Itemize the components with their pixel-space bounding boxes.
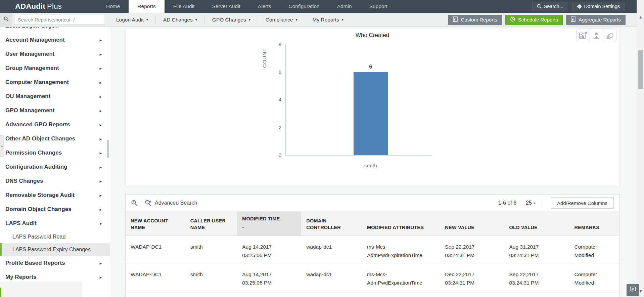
chevron-right-icon: ▸ [99,94,102,99]
bar-value-label: 6 [354,63,388,70]
chevron-right-icon: ▸ [99,193,102,198]
sidebar-item-ou-management[interactable]: OU Management▸ [0,89,110,103]
sidebar-item-gpo-management[interactable]: GPO Management▸ [0,103,110,118]
sidebar-item-computer-management[interactable]: Computer Management▸ [0,75,110,89]
sidebar-item-advanced-gpo-reports[interactable]: Advanced GPO Reports▸ [0,118,110,132]
sidebar-item-laps-audit[interactable]: LAPS Audit▾ [0,216,110,230]
sidebar-item-group-management[interactable]: Group Management▸ [0,61,110,75]
chevron-right-icon: ▸ [99,52,102,57]
divider [141,199,141,207]
table-cell: smith [185,236,237,263]
menu-ad-changes[interactable]: AD Changes▾ [156,15,205,24]
nav-tab-server-audit[interactable]: Server Audit [203,0,249,13]
nav-tab-file-audit[interactable]: File Audit [165,0,203,13]
toolbar-buttons: Custom ReportsSchedule ReportsAggregate … [448,15,644,25]
chevron-down-icon: ▾ [342,18,343,22]
sidebar-item-configuration-auditing[interactable]: Configuration Auditing▸ [0,160,110,174]
main-menu: HomeReportsFile AuditServer AuditAlertsC… [97,0,396,13]
scroll-up-arrow[interactable]: ▲ [637,13,644,21]
sidebar-search-toggle[interactable] [0,13,12,27]
feedback-chat-button[interactable] [627,284,639,296]
sidebar-item-domain-object-changes[interactable]: Domain Object Changes▸ [0,202,110,216]
table-row: WADAP-DC1smithAug 14,201703:25:06 PMwada… [126,263,619,291]
search-icon [537,4,542,9]
sidebar-item-label: Computer Management [5,79,99,86]
page-size-value: 25 [526,200,532,206]
add-remove-columns-button[interactable]: Add/Remove Columns [551,197,614,209]
page-size-dropdown[interactable]: 25 ▾ [526,200,536,206]
sidebar-item-label: Configuration Auditing [5,164,99,170]
sidebar-item-profile-based-reports[interactable]: Profile Based Reports▸ [0,256,110,270]
column-header-modified-attributes[interactable]: MODIFIED ATTRIBUTES [362,211,440,236]
column-header-remarks[interactable]: REMARKS [569,211,619,236]
column-header-caller-user-name[interactable]: CALLER USERNAME [185,211,237,236]
sidebar-item-label: LAPS Audit [5,220,99,227]
table-cell: Dec 22,201703:24:31 PM [440,263,504,291]
menu-logon-audit[interactable]: Logon Audit▾ [109,15,156,24]
column-header-domain-controller[interactable]: DOMAINCONTROLLER [301,211,362,236]
nav-tab-alerts[interactable]: Alerts [249,0,280,13]
nav-tab-admin[interactable]: Admin [328,0,361,13]
nav-tab-reports[interactable]: Reports [129,0,164,13]
menu-label: GPO Changes [212,17,246,23]
y-tick-label: 8 [268,41,281,47]
table-row: WADAP-DC1smithAug 14,201703:25:06 PMwada… [126,236,619,263]
menu-compliance[interactable]: Compliance▾ [258,15,305,24]
sidebar-item-account-management[interactable]: Account Management▸ [0,33,110,47]
favorites-panel-expander[interactable]: ▶ [0,135,4,157]
sidebar-item-dns-changes[interactable]: DNS Changes▸ [0,174,110,188]
header-line: NAME [190,224,234,231]
sidebar-item-laps-password-expiry-changes[interactable]: LAPS Password Expiry Changes [0,243,110,256]
sidebar-item-local-logon-logoff[interactable]: Local Logon-Logoff [0,27,110,33]
chevron-right-icon: ▸ [99,108,102,113]
chevron-right-icon: ▸ [99,38,102,43]
sidebar-item-other-ad-object-changes[interactable]: Other AD Object Changes▸ [0,132,110,146]
audit-table: NEW ACCOUNTNAMECALLER USERNAMEMODIFIED T… [126,211,619,291]
chevron-down-icon: ▾ [195,18,197,22]
header-line: MODIFIED ATTRIBUTES [367,224,436,231]
chevron-right-icon: ▸ [99,136,102,141]
y-tick-label: 6 [268,69,281,75]
divider [542,199,542,207]
sidebar-item-label: Advanced GPO Reports [5,121,99,128]
nav-tab-home[interactable]: Home [97,0,129,13]
sidebar-item-permission-changes[interactable]: Permission Changes▸ [0,146,110,160]
app-logo[interactable]: ADAudit Plus [0,0,97,13]
column-header-modified-time[interactable]: MODIFIED TIME▾ [237,211,301,236]
search-button[interactable]: Search... [532,2,568,11]
advanced-search-label[interactable]: Advanced Search [155,200,197,206]
report-search-input[interactable] [14,15,104,25]
page-scrollbar[interactable]: ▲ ▼ [637,0,644,297]
table-controls: Advanced Search 1-6 of 6 25 ▾ Add/Remove… [126,195,619,211]
sort-descending-icon[interactable]: ▾ [242,224,298,231]
table-cell: Sep 22,201703:24:31 PM [504,263,569,291]
chevron-right-icon: ▸ [99,179,102,184]
sidebar-item-label: Permission Changes [5,150,99,156]
sidebar-scrollbar-thumb[interactable] [107,140,109,158]
chevron-right-icon: ▸ [99,80,102,85]
menu-my-reports[interactable]: My Reports▾ [305,15,351,24]
domain-settings-button[interactable]: Domain Settings [572,2,625,11]
x-axis-line [285,155,432,156]
sidebar-item-removable-storage-audit[interactable]: Removable Storage Audit▸ [0,188,110,202]
column-header-new-value[interactable]: NEW VALUE [440,211,504,236]
advanced-search-icon[interactable] [145,200,152,206]
sidebar-item-user-management[interactable]: User Management▸ [0,47,110,61]
chevron-down-icon: ▾ [534,201,536,205]
report-icon [571,16,576,23]
bar-smith[interactable] [354,72,388,156]
nav-tab-support[interactable]: Support [361,0,396,13]
menu-gpo-changes[interactable]: GPO Changes▾ [205,15,258,24]
column-header-new-account-name[interactable]: NEW ACCOUNTNAME [126,211,185,236]
custom-reports-button[interactable]: Custom Reports [448,15,502,25]
nav-tab-configuration[interactable]: Configuration [280,0,328,13]
column-header-old-value[interactable]: OLD VALUE [504,211,569,236]
sidebar-item-laps-password-read[interactable]: LAPS Password Read [0,230,110,243]
sidebar-item-label: Domain Object Changes [5,206,99,213]
column-search-icon[interactable] [131,200,138,206]
chat-tab-sliver[interactable] [0,288,1,297]
scrollbar-thumb[interactable] [638,50,643,89]
aggregate-reports-button[interactable]: Aggregate Reports [566,15,626,25]
chevron-right-icon: ▸ [99,275,102,280]
schedule-reports-button[interactable]: Schedule Reports [505,15,563,25]
